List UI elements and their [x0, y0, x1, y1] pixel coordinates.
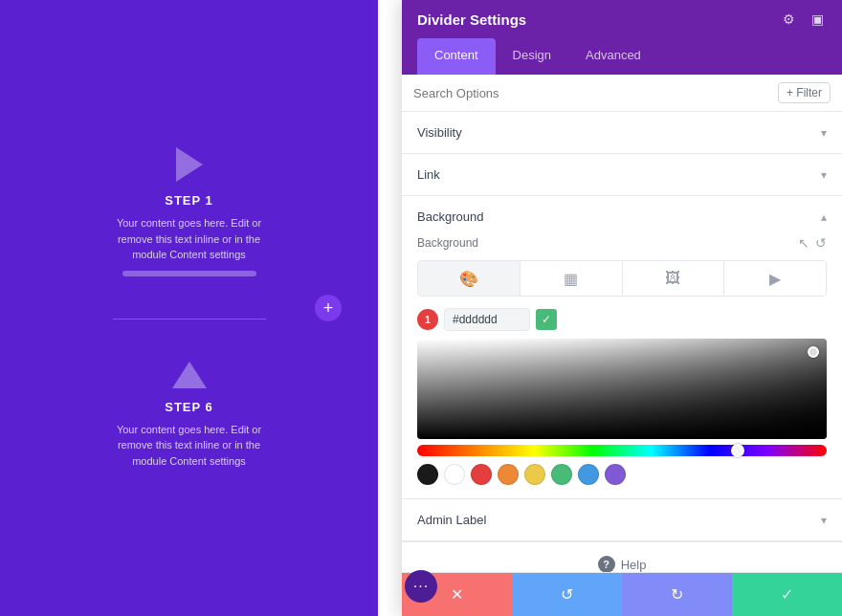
type-tabs: 🎨 ▦ 🖼 ▶: [417, 260, 827, 297]
help-label: Help: [621, 558, 647, 572]
gradient-cursor[interactable]: [808, 346, 819, 358]
tab-design[interactable]: Design: [496, 38, 568, 75]
step-badge: 1: [417, 309, 438, 330]
visibility-section[interactable]: Visibility ▾: [402, 112, 842, 154]
type-tab-color[interactable]: 🎨: [418, 261, 521, 296]
background-section-title: Background: [417, 209, 483, 224]
swatch-black[interactable]: [417, 464, 438, 485]
admin-label-title: Admin Label: [417, 513, 486, 527]
dots-button[interactable]: ···: [405, 570, 437, 603]
redo-button[interactable]: ↻: [622, 573, 732, 616]
background-chevron[interactable]: ▴: [821, 210, 827, 224]
swatch-yellow[interactable]: [524, 464, 545, 485]
swatch-green[interactable]: [551, 464, 572, 485]
gradient-dark-overlay: [417, 339, 827, 439]
bg-reset-icon[interactable]: ↺: [815, 235, 827, 251]
swatch-blue[interactable]: [578, 464, 599, 485]
divider-line-1: [113, 319, 266, 319]
panel-body: Visibility ▾ Link ▾ Background ▴ Backgro…: [402, 112, 842, 572]
color-input-row: 1 ✓: [417, 308, 827, 331]
step1-desc: Your content goes here. Edit or remove t…: [113, 215, 266, 263]
panel-title: Divider Settings: [417, 11, 526, 28]
bg-cursor-icon[interactable]: ↖: [798, 235, 809, 251]
background-section: Background ▴ Background ↖ ↺ 🎨 ▦ 🖼 ▶ 1: [402, 196, 842, 499]
step1-title: STEP 1: [165, 193, 213, 208]
step1-block: STEP 1 Your content goes here. Edit or r…: [113, 147, 266, 276]
link-chevron: ▾: [821, 168, 827, 182]
type-tab-image[interactable]: 🖼: [623, 261, 725, 296]
swatch-orange[interactable]: [498, 464, 519, 485]
swatch-white[interactable]: [444, 464, 465, 485]
settings-icon[interactable]: ⚙: [779, 10, 798, 29]
link-section[interactable]: Link ▾: [402, 154, 842, 196]
panel-footer: ✕ ↺ ↻ ✓: [402, 572, 842, 616]
color-gradient-canvas[interactable]: [417, 339, 827, 439]
step6-block: STEP 6 Your content goes here. Edit or r…: [113, 362, 266, 470]
step1-bar: [122, 271, 256, 276]
tab-content[interactable]: Content: [417, 38, 496, 75]
canvas-area: STEP 1 Your content goes here. Edit or r…: [0, 0, 378, 616]
save-button[interactable]: ✓: [732, 573, 842, 616]
filter-button[interactable]: + Filter: [778, 82, 831, 103]
visibility-chevron: ▾: [821, 126, 827, 140]
swatches: [417, 464, 827, 485]
panel-header-icons: ⚙ ▣: [779, 10, 827, 29]
swatch-red[interactable]: [471, 464, 492, 485]
layout-icon[interactable]: ▣: [808, 10, 827, 29]
hue-thumb[interactable]: [731, 444, 744, 457]
search-bar: + Filter: [402, 75, 842, 112]
panel-header: Divider Settings ⚙ ▣: [402, 0, 842, 38]
hue-slider-container: [417, 445, 827, 456]
type-tab-gradient[interactable]: ▦: [521, 261, 623, 296]
confirm-color-button[interactable]: ✓: [536, 309, 557, 330]
settings-panel: Divider Settings ⚙ ▣ Content Design Adva…: [402, 0, 842, 616]
visibility-title: Visibility: [417, 125, 462, 140]
undo-button[interactable]: ↺: [512, 573, 622, 616]
add-button[interactable]: +: [315, 295, 342, 321]
search-input[interactable]: [413, 86, 772, 100]
step6-icon: [172, 362, 207, 388]
step6-title: STEP 6: [165, 400, 213, 414]
swatch-purple[interactable]: [605, 464, 626, 485]
background-section-header: Background ▴: [417, 209, 827, 224]
bg-icons: ↖ ↺: [798, 235, 827, 251]
help-icon: ?: [598, 556, 615, 572]
tab-advanced[interactable]: Advanced: [568, 38, 658, 75]
admin-label-section: Admin Label ▾: [402, 499, 842, 542]
admin-chevron: ▾: [821, 514, 827, 527]
help-row: ? Help: [402, 542, 842, 572]
bg-label-row: Background ↖ ↺: [417, 235, 827, 251]
link-title: Link: [417, 167, 440, 182]
type-tab-video[interactable]: ▶: [724, 261, 826, 296]
admin-label-header[interactable]: Admin Label ▾: [402, 499, 842, 541]
hex-input[interactable]: [444, 308, 530, 331]
step1-icon: [176, 147, 203, 182]
hue-slider[interactable]: [417, 445, 827, 456]
tabs-row: Content Design Advanced: [402, 38, 842, 75]
bg-label: Background: [417, 236, 478, 250]
step6-desc: Your content goes here. Edit or remove t…: [113, 422, 266, 470]
